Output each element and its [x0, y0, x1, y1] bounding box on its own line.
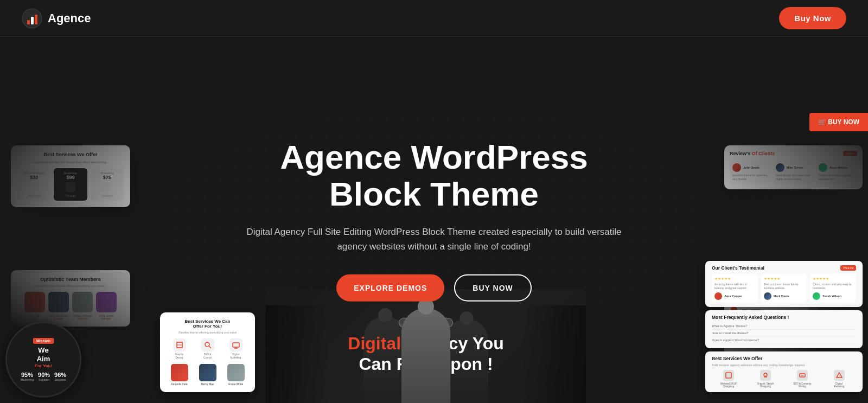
- reviews-badge: Active: [843, 151, 857, 156]
- team-members-row: Larry Sills CEO Terry Woodburn Designer …: [17, 292, 124, 320]
- test-stars-3: ★★★★★: [813, 277, 853, 281]
- pricing-item-business: Business $99 Pro plan: [54, 168, 87, 201]
- team-member-2: Terry Woodburn Designer: [48, 292, 69, 320]
- reviewer-row-2: Mike Turner: [776, 163, 812, 172]
- testimonials-row: ★★★★★ Amazing theme with lots of feature…: [712, 274, 856, 303]
- stat-success: 96% Success: [54, 372, 66, 381]
- bc-member-1: Amanda Pete: [171, 364, 188, 386]
- service-icon-label-seo: SEO &Council: [195, 353, 220, 360]
- hero-title: Agence WordPress Block Theme: [244, 138, 624, 212]
- bs-item-4: DigitalMarketing: [822, 370, 856, 388]
- bs-label-4: DigitalMarketing: [822, 382, 856, 388]
- pricing-desc-seo: Basic plan: [20, 194, 48, 197]
- stat-marketing: 95% Marketing: [21, 372, 34, 381]
- faq-title: Most Frequently Asked Questions !: [712, 315, 856, 320]
- sticky-buy-button[interactable]: 🛒 BUY NOW: [809, 113, 868, 131]
- review-text-2: Great design and clean code. Highly reco…: [776, 174, 812, 181]
- services-card-title: Best Services We Offer: [17, 152, 124, 157]
- team-member-3: William Hansen Developer: [72, 292, 93, 320]
- logo-text: Agence: [48, 11, 91, 25]
- stat-success-percent: 96%: [54, 372, 66, 378]
- reviewer-name-2: Mike Turner: [787, 166, 803, 169]
- svg-point-12: [764, 373, 767, 376]
- svg-rect-8: [233, 343, 239, 347]
- best-services-subtitle: Build modern agency websites without any…: [712, 363, 856, 367]
- service-icon-box-graphic: [173, 338, 186, 351]
- bottom-card-subtitle: Flexible theme offering everything you n…: [167, 331, 248, 334]
- svg-point-6: [205, 342, 209, 347]
- bs-item-2: Graphic SketchDesigning: [749, 370, 783, 388]
- team-role-2: Designer: [48, 317, 69, 320]
- reviewer-name-3: Ryan Walker: [829, 166, 847, 169]
- center-bottom-title-colored: Digital: [348, 334, 401, 353]
- test-stars-1: ★★★★★: [714, 277, 755, 281]
- service-icon-box-seo: [201, 338, 214, 351]
- team-role-3: Developer: [72, 317, 93, 320]
- test-author-1: Jane Cooper: [724, 295, 742, 298]
- hero-buy-now-button[interactable]: BUY NOW: [454, 274, 531, 302]
- test-item-2: ★★★★★ Best purchase I made for my busine…: [761, 274, 807, 303]
- bs-label-2: Graphic SketchDesigning: [749, 382, 783, 388]
- pricing-price-seo: $30: [20, 175, 48, 180]
- reviews-card: Review's Of Clients Active John Smith Ex…: [724, 145, 863, 189]
- services-preview-card: Best Services We Offer A powerful and fl…: [11, 145, 130, 207]
- test-author-row-2: Mark Davis: [764, 292, 805, 300]
- team-role-4: Manager: [96, 317, 117, 320]
- pricing-item-seo: SEO Packages $30 Basic plan: [17, 168, 50, 201]
- svg-rect-11: [726, 373, 731, 378]
- test-item-1: ★★★★★ Amazing theme with lots of feature…: [712, 274, 758, 303]
- team-member-4: Holly Jones Manager: [96, 292, 117, 320]
- pricing-price-business: $99: [56, 175, 85, 180]
- bc-member-2: Henry Max: [199, 364, 216, 386]
- mission-label: Mission: [33, 338, 54, 344]
- pricing-row: SEO Packages $30 Basic plan Business $99…: [17, 168, 124, 201]
- pricing-desc-branding: Standard: [93, 194, 122, 197]
- faq-item-2: How to install the theme?: [712, 330, 856, 337]
- reviews-title: Review's Of Clients: [730, 151, 775, 156]
- test-author-row-3: Sarah Wilson: [813, 292, 853, 300]
- pricing-price-branding: $75: [93, 175, 122, 180]
- team-member-1: Larry Sills CEO: [24, 292, 45, 320]
- bs-label-3: SEO & ContentsWriting: [786, 382, 820, 388]
- pricing-item-branding: Branding $75 Standard: [91, 168, 124, 201]
- test-text-3: Clean, modern and very easy to customize…: [813, 283, 853, 290]
- hero-subtitle: Digital Agency Full Site Editing WordPre…: [244, 225, 624, 254]
- bottom-card-title: Best Services We CanOffer For You!: [167, 319, 248, 329]
- stat-solution-percent: 90%: [38, 372, 50, 378]
- service-icons-row: GraphicDesing SEO &Council DigitalMarket…: [167, 338, 248, 360]
- service-icon-digital: DigitalMarketing: [223, 338, 248, 360]
- bs-icon-2: [760, 370, 771, 381]
- reviews-title-colored: Of Clients: [752, 151, 775, 156]
- bs-icon-3: [797, 370, 808, 381]
- faq-card: Most Frequently Asked Questions ! What i…: [705, 310, 863, 348]
- bc-member-name-1: Amanda Pete: [171, 382, 188, 386]
- svg-line-7: [209, 346, 211, 348]
- mission-title: WeAim: [37, 346, 50, 363]
- mission-subtitle: For You!: [35, 363, 52, 368]
- best-services-title: Best Services We Offer: [712, 356, 856, 361]
- stat-marketing-percent: 95%: [21, 372, 34, 378]
- header-buy-now-button[interactable]: Buy Now: [779, 7, 846, 29]
- test-text-2: Best purchase I made for my business web…: [764, 283, 805, 290]
- bottom-services-offer-card: Best Services We CanOffer For You! Flexi…: [160, 312, 255, 392]
- service-icon-label-digital: DigitalMarketing: [223, 353, 248, 360]
- stat-marketing-label: Marketing: [21, 378, 34, 381]
- logo-icon: [22, 8, 42, 29]
- svg-rect-2: [31, 17, 34, 24]
- right-bottom-area: Our Client's Testimonial View All ★★★★★ …: [705, 261, 863, 392]
- test-author-2: Mark Davis: [774, 295, 789, 298]
- header: Agence Buy Now: [0, 0, 868, 37]
- hero-section: Agence WordPress Block Theme Digital Age…: [0, 37, 868, 403]
- reviewer-row-1: John Smith: [732, 163, 768, 172]
- testimonials-badge: View All: [840, 265, 856, 271]
- review-item-1: John Smith Excellent theme for agencies,…: [730, 161, 771, 184]
- bs-item-1: Website(UI/UX)Designing: [712, 370, 746, 388]
- team-card-subtitle: A powerful theme that offers everything …: [17, 284, 124, 287]
- best-services-bottom-card: Best Services We Offer Build modern agen…: [705, 351, 863, 392]
- test-author-row-1: Jane Cooper: [714, 292, 755, 300]
- bs-icon-1: [723, 370, 734, 381]
- hero-buttons: EXPLORE DEMOS BUY NOW: [244, 274, 624, 302]
- explore-demos-button[interactable]: EXPLORE DEMOS: [336, 274, 444, 302]
- service-icon-label-graphic: GraphicDesing: [167, 353, 192, 360]
- testimonials-card: Our Client's Testimonial View All ★★★★★ …: [705, 261, 863, 307]
